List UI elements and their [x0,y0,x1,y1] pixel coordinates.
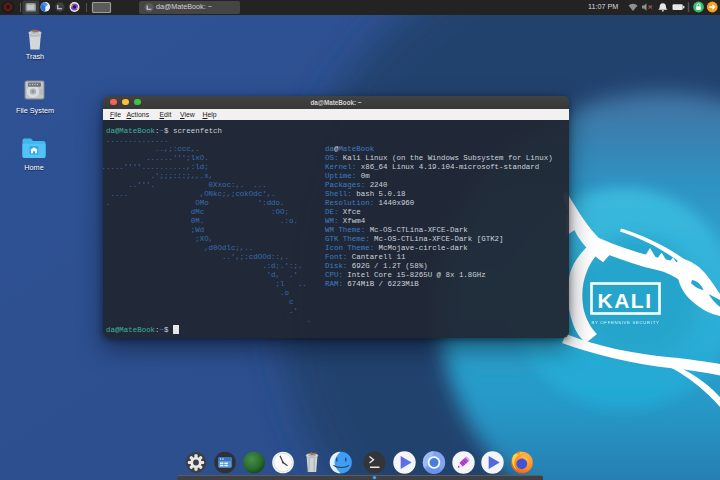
svg-text:BY OFFENSIVE SECURITY: BY OFFENSIVE SECURITY [592,320,660,325]
svg-text:KALI: KALI [598,289,653,312]
